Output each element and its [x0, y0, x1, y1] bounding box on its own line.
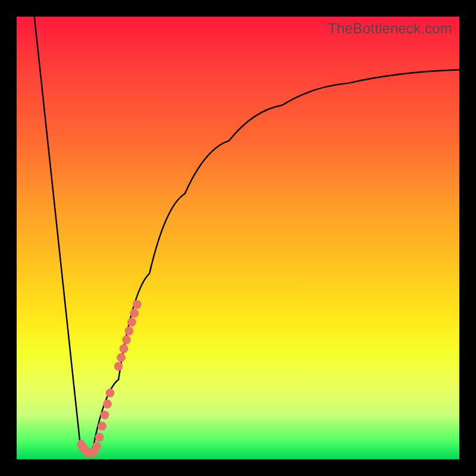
data-point [120, 345, 129, 353]
data-point [98, 422, 107, 431]
data-point [125, 327, 134, 336]
data-point [130, 309, 139, 318]
data-point [127, 318, 136, 327]
data-point [117, 353, 126, 362]
plot-area: TheBottleneck.com [17, 17, 459, 459]
data-point [92, 441, 101, 450]
chart-frame: TheBottleneck.com [0, 0, 476, 476]
data-point [114, 362, 123, 371]
data-point [122, 336, 131, 345]
data-point [133, 300, 142, 309]
curve-layer [17, 17, 459, 459]
bottleneck-curve [35, 17, 459, 454]
data-point [95, 433, 104, 441]
data-point [103, 400, 112, 409]
data-point [106, 389, 115, 397]
data-point [101, 411, 109, 419]
